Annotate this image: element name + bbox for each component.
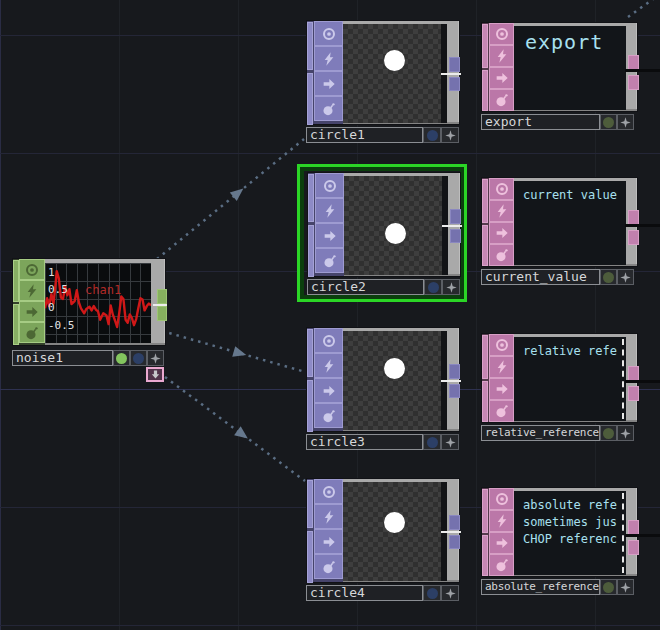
node-name-field[interactable]: absolute_reference: [481, 579, 600, 595]
dat-text-viewer[interactable]: current value: [514, 181, 626, 265]
node-circle4[interactable]: circle4: [306, 478, 460, 601]
viewer-active-button[interactable]: [600, 114, 617, 130]
bypass-flag-button[interactable]: [489, 222, 514, 244]
viewer-flag-button[interactable]: [489, 23, 514, 45]
cook-flag-button[interactable]: [19, 280, 45, 301]
top-viewer[interactable]: [344, 176, 442, 275]
dat-output-connector[interactable]: [628, 75, 639, 90]
top-viewer[interactable]: [343, 482, 441, 581]
bypass-flag-button[interactable]: [19, 301, 45, 322]
top-output-connector[interactable]: [450, 209, 461, 224]
node-options-button[interactable]: [441, 127, 459, 143]
cook-flag-button[interactable]: [489, 200, 514, 222]
viewer-flag-button[interactable]: [19, 259, 45, 280]
node-absolute-reference[interactable]: absolute refe sometimes jus CHOP referen…: [481, 487, 638, 597]
node-circle2[interactable]: circle2: [307, 172, 461, 295]
top-output-connector[interactable]: [449, 535, 460, 549]
node-options-button[interactable]: [147, 350, 164, 366]
chop-output-connector[interactable]: [157, 289, 167, 304]
dat-text-viewer[interactable]: relative refe: [514, 337, 626, 421]
bypass-flag-button[interactable]: [314, 378, 343, 403]
bypass-flag-button[interactable]: [489, 532, 514, 554]
bypass-flag-button[interactable]: [314, 71, 343, 96]
node-body[interactable]: [306, 20, 460, 125]
lock-flag-button[interactable]: [314, 96, 343, 121]
bypass-flag-button[interactable]: [489, 67, 514, 89]
lock-flag-button[interactable]: [489, 89, 514, 111]
node-noise1[interactable]: 1 0.5 0 -0.5 chan1 noise1: [12, 258, 166, 384]
viewer-active-button[interactable]: [600, 269, 617, 285]
top-output-connector[interactable]: [449, 364, 460, 379]
node-options-button[interactable]: [442, 279, 460, 295]
dat-output-connector[interactable]: [628, 386, 639, 401]
bypass-flag-button[interactable]: [315, 223, 344, 248]
node-body[interactable]: relative refe: [481, 333, 638, 423]
dat-text-viewer[interactable]: export: [514, 26, 626, 110]
viewer-active-button[interactable]: [600, 579, 617, 595]
dat-output-connector[interactable]: [628, 210, 639, 225]
node-options-button[interactable]: [441, 434, 459, 450]
node-options-button[interactable]: [617, 579, 634, 595]
lock-flag-button[interactable]: [489, 400, 514, 422]
viewer-flag-button[interactable]: [489, 488, 514, 510]
top-output-connector[interactable]: [449, 77, 460, 91]
node-name-field[interactable]: noise1: [12, 350, 113, 366]
node-options-button[interactable]: [617, 269, 634, 285]
viewer-flag-button[interactable]: [489, 178, 514, 200]
lock-flag-button[interactable]: [489, 554, 514, 576]
node-viewer-button[interactable]: [423, 585, 441, 601]
node-body[interactable]: 1 0.5 0 -0.5 chan1: [12, 258, 166, 346]
cook-flag-button[interactable]: [489, 356, 514, 378]
viewer-flag-button[interactable]: [489, 334, 514, 356]
chop-output-connector[interactable]: [157, 306, 167, 321]
cook-flag-button[interactable]: [314, 353, 343, 378]
node-viewer-button[interactable]: [130, 350, 147, 366]
viewer-flag-button[interactable]: [314, 21, 343, 46]
dat-output-connector[interactable]: [628, 230, 639, 245]
node-viewer-button[interactable]: [424, 279, 442, 295]
node-name-field[interactable]: export: [481, 114, 600, 130]
node-body[interactable]: current value: [481, 177, 638, 267]
node-body[interactable]: [306, 478, 460, 583]
node-name-field[interactable]: current_value: [481, 269, 600, 285]
viewer-active-button[interactable]: [600, 425, 617, 441]
top-viewer[interactable]: [343, 331, 441, 430]
node-options-button[interactable]: [441, 585, 459, 601]
bypass-flag-button[interactable]: [314, 529, 343, 554]
lock-flag-button[interactable]: [489, 244, 514, 266]
top-viewer[interactable]: [343, 24, 441, 123]
top-output-connector[interactable]: [449, 384, 460, 398]
node-name-field[interactable]: relative_reference: [481, 425, 600, 441]
cook-flag-button[interactable]: [314, 504, 343, 529]
node-name-field[interactable]: circle2: [307, 279, 424, 295]
cook-flag-button[interactable]: [314, 46, 343, 71]
cook-flag-button[interactable]: [489, 45, 514, 67]
dat-output-connector[interactable]: [628, 520, 639, 535]
viewer-flag-button[interactable]: [315, 173, 344, 198]
lock-flag-button[interactable]: [314, 403, 343, 428]
node-relative-reference[interactable]: relative refe relative_reference: [481, 333, 638, 443]
node-viewer-button[interactable]: [423, 434, 441, 450]
lock-flag-button[interactable]: [314, 554, 343, 579]
dat-output-connector[interactable]: [628, 55, 639, 70]
node-circle1[interactable]: circle1: [306, 20, 460, 143]
viewer-active-button[interactable]: [113, 350, 130, 366]
node-name-field[interactable]: circle4: [306, 585, 423, 601]
bypass-flag-button[interactable]: [489, 378, 514, 400]
node-export[interactable]: export export: [481, 22, 638, 132]
node-viewer-button[interactable]: [423, 127, 441, 143]
top-output-connector[interactable]: [449, 515, 460, 530]
lock-flag-button[interactable]: [315, 248, 344, 273]
dat-output-connector[interactable]: [628, 366, 639, 381]
viewer-flag-button[interactable]: [314, 479, 343, 504]
export-flag-button[interactable]: [146, 367, 164, 382]
cook-flag-button[interactable]: [315, 198, 344, 223]
chop-graph-viewer[interactable]: 1 0.5 0 -0.5 chan1: [45, 263, 151, 343]
node-name-field[interactable]: circle3: [306, 434, 423, 450]
node-options-button[interactable]: [617, 425, 634, 441]
node-name-field[interactable]: circle1: [306, 127, 423, 143]
lock-flag-button[interactable]: [19, 322, 45, 343]
node-body[interactable]: absolute refe sometimes jus CHOP referen…: [481, 487, 638, 577]
node-options-button[interactable]: [617, 114, 634, 130]
dat-output-connector[interactable]: [628, 540, 639, 555]
